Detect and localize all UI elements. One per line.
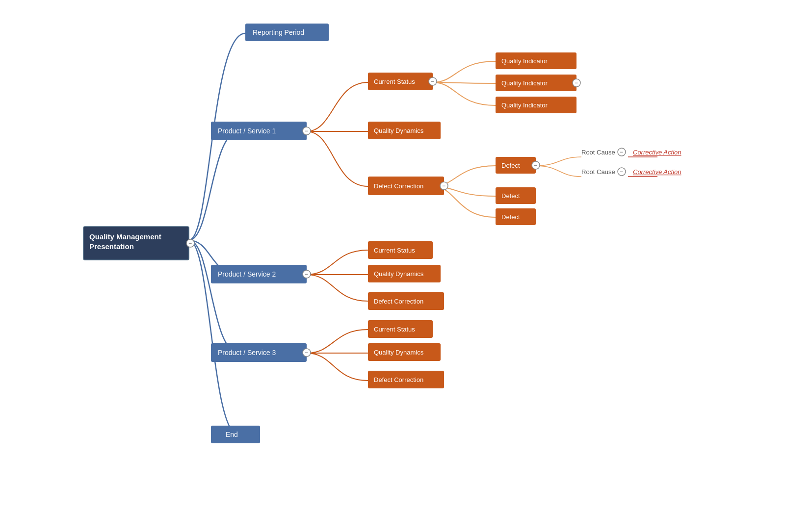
svg-text:Quality Dynamics: Quality Dynamics — [374, 127, 424, 134]
current-status-2-node: Current Status — [368, 241, 433, 259]
defect-correction-1-node: Defect Correction − — [368, 177, 448, 195]
root-label: Quality Management — [89, 232, 161, 241]
quality-indicator-3-node: Quality Indicator — [496, 97, 576, 113]
quality-dynamics-3-node: Quality Dynamics — [368, 343, 441, 361]
root-node: Quality Management Presentation − — [83, 227, 194, 260]
quality-indicator-2-node: Quality Indicator − — [496, 75, 580, 91]
quality-dynamics-2-node: Quality Dynamics — [368, 265, 441, 282]
svg-text:Current Status: Current Status — [374, 247, 415, 254]
svg-text:−: − — [534, 162, 537, 169]
root-cause-1-node: Root Cause − — [581, 148, 626, 156]
svg-text:−: − — [620, 149, 623, 155]
corrective-action-1-node: Corrective Action — [633, 149, 681, 156]
svg-text:Quality Indicator: Quality Indicator — [501, 102, 548, 109]
defect-correction-2-node: Defect Correction — [368, 292, 444, 310]
svg-text:Root Cause: Root Cause — [581, 149, 615, 156]
current-status-3-node: Current Status — [368, 320, 433, 338]
svg-text:−: − — [431, 78, 434, 85]
svg-text:Current Status: Current Status — [374, 78, 415, 85]
corrective-action-2-node: Corrective Action — [633, 168, 681, 176]
defect-2-node: Defect — [496, 187, 536, 204]
current-status-1-node: Current Status − — [368, 73, 437, 90]
reporting-period-node: Reporting Period — [245, 24, 329, 41]
svg-text:Corrective Action: Corrective Action — [633, 149, 681, 156]
svg-text:Quality Indicator: Quality Indicator — [501, 79, 548, 87]
svg-text:Defect: Defect — [501, 162, 520, 169]
svg-text:Defect: Defect — [501, 192, 520, 200]
svg-text:Defect Correction: Defect Correction — [374, 298, 423, 305]
product-service-1-node: Product / Service 1 − — [211, 122, 311, 140]
defect-correction-3-node: Defect Correction — [368, 371, 444, 388]
svg-text:−: − — [575, 79, 578, 86]
defect-3-node: Defect — [496, 208, 536, 225]
product-service-3-node: Product / Service 3 − — [211, 343, 311, 362]
root-cause-2-node: Root Cause − — [581, 168, 626, 176]
svg-text:−: − — [305, 271, 308, 278]
svg-text:Corrective Action: Corrective Action — [633, 168, 681, 176]
svg-text:Defect: Defect — [501, 213, 520, 221]
svg-text:Presentation: Presentation — [89, 242, 134, 251]
svg-text:−: − — [442, 182, 445, 189]
svg-text:−: − — [620, 168, 623, 175]
svg-text:Product / Service 2: Product / Service 2 — [218, 270, 276, 278]
product-service-2-node: Product / Service 2 − — [211, 265, 311, 283]
svg-text:−: − — [305, 349, 308, 356]
svg-text:Quality Dynamics: Quality Dynamics — [374, 349, 424, 356]
end-node: End — [211, 426, 260, 443]
svg-text:End: End — [226, 431, 238, 438]
svg-text:Reporting Period: Reporting Period — [253, 28, 304, 36]
svg-text:Current Status: Current Status — [374, 326, 415, 333]
svg-text:Quality Indicator: Quality Indicator — [501, 57, 548, 65]
svg-text:Product / Service 3: Product / Service 3 — [218, 349, 276, 356]
svg-text:Quality Dynamics: Quality Dynamics — [374, 270, 424, 278]
svg-text:Root Cause: Root Cause — [581, 168, 615, 176]
svg-text:Product / Service 1: Product / Service 1 — [218, 127, 276, 135]
svg-text:Defect Correction: Defect Correction — [374, 376, 423, 383]
quality-dynamics-1-node: Quality Dynamics — [368, 122, 441, 139]
svg-text:Defect Correction: Defect Correction — [374, 182, 423, 190]
quality-indicator-1-node: Quality Indicator — [496, 52, 576, 69]
svg-text:−: − — [188, 240, 192, 247]
svg-text:−: − — [305, 127, 308, 134]
defect-1-node: Defect − — [496, 157, 540, 174]
